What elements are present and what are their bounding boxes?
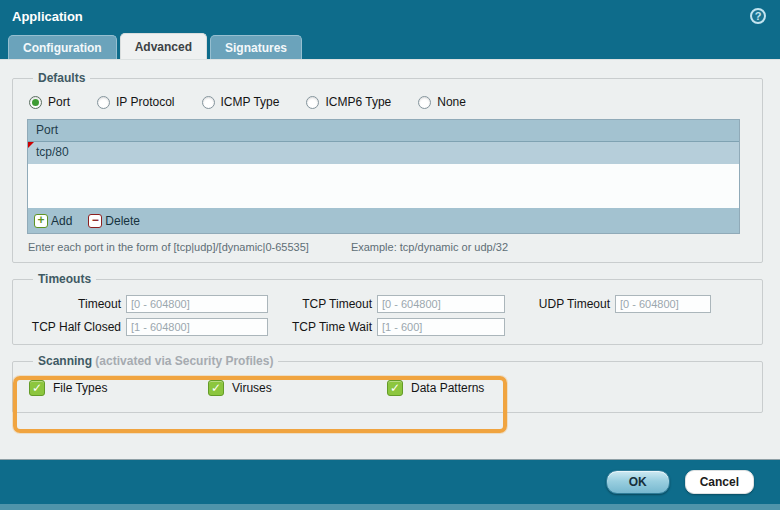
port-cell-value: tcp/80 (36, 145, 69, 159)
tcp-timeout-label: TCP Timeout (268, 297, 372, 311)
help-icon[interactable]: ? (750, 8, 766, 24)
radio-icmp6-type[interactable]: ICMP6 Type (306, 95, 391, 109)
port-table: Port tcp/80 + Add − Delete (27, 119, 740, 234)
radio-port-label: Port (48, 95, 70, 109)
tab-configuration[interactable]: Configuration (8, 35, 117, 59)
check-glyph: ✓ (32, 381, 42, 395)
radio-ip-protocol[interactable]: IP Protocol (97, 95, 174, 109)
delete-button-label: Delete (105, 214, 140, 228)
checkbox-file-types[interactable]: ✓ File Types (29, 380, 208, 396)
tcp-time-wait-input[interactable] (377, 318, 505, 336)
ok-button[interactable]: OK (606, 470, 670, 494)
port-table-empty-area[interactable] (28, 164, 739, 208)
tcp-timeout-field: TCP Timeout (268, 295, 505, 313)
cancel-button[interactable]: Cancel (685, 470, 754, 494)
viruses-label: Viruses (232, 381, 272, 395)
scanning-fieldset: Scanning (activated via Security Profile… (12, 354, 763, 413)
timeouts-legend: Timeouts (33, 272, 96, 286)
scanning-legend-title: Scanning (38, 354, 92, 368)
checked-checkbox-icon: ✓ (29, 380, 45, 396)
radio-port[interactable]: Port (29, 95, 70, 109)
radio-selected-icon (29, 96, 42, 109)
dirty-cell-marker-icon (28, 142, 34, 148)
defaults-radio-group: Port IP Protocol ICMP Type ICMP6 Type No… (29, 95, 752, 109)
tcp-time-wait-label: TCP Time Wait (268, 320, 372, 334)
tcp-time-wait-field: TCP Time Wait (268, 318, 505, 336)
radio-icon (202, 96, 215, 109)
scanning-legend: Scanning (activated via Security Profile… (33, 354, 278, 368)
radio-none[interactable]: None (418, 95, 466, 109)
udp-timeout-input[interactable] (615, 295, 711, 313)
radio-icmp-type-label: ICMP Type (221, 95, 280, 109)
timeouts-fieldset: Timeouts Timeout TCP Timeout UDP Timeout… (12, 272, 763, 345)
dialog-titlebar: Application ? (0, 0, 780, 32)
dialog-title: Application (12, 9, 83, 24)
port-hint-row: Enter each port in the form of [tcp|udp]… (28, 241, 752, 253)
check-glyph: ✓ (390, 381, 400, 395)
add-glyph: + (37, 215, 44, 226)
scanning-checkbox-group: ✓ File Types ✓ Viruses ✓ Data Patterns (29, 380, 752, 396)
tcp-half-closed-label: TCP Half Closed (25, 320, 121, 334)
udp-timeout-field: UDP Timeout (505, 295, 711, 313)
checkbox-viruses[interactable]: ✓ Viruses (208, 380, 387, 396)
defaults-legend: Defaults (33, 71, 90, 85)
port-example-hint: Example: tcp/dynamic or udp/32 (351, 241, 508, 253)
tab-strip: Configuration Advanced Signatures (0, 32, 780, 59)
checkbox-data-patterns[interactable]: ✓ Data Patterns (387, 380, 566, 396)
tcp-half-closed-input[interactable] (126, 318, 268, 336)
radio-icon (418, 96, 431, 109)
delete-button[interactable]: − Delete (88, 214, 140, 228)
dialog-footer: OK Cancel (0, 459, 780, 504)
radio-none-label: None (437, 95, 466, 109)
tcp-half-closed-field: TCP Half Closed (25, 318, 268, 336)
check-glyph: ✓ (211, 381, 221, 395)
dialog-bottom-edge (0, 504, 780, 510)
checked-checkbox-icon: ✓ (208, 380, 224, 396)
help-glyph: ? (755, 10, 762, 22)
scanning-legend-note: (activated via Security Profiles) (95, 354, 273, 368)
delete-glyph: − (92, 215, 99, 226)
file-types-label: File Types (53, 381, 107, 395)
tab-advanced[interactable]: Advanced (120, 33, 207, 59)
data-patterns-label: Data Patterns (411, 381, 484, 395)
radio-icon (97, 96, 110, 109)
radio-ip-protocol-label: IP Protocol (116, 95, 174, 109)
tab-signatures[interactable]: Signatures (210, 35, 302, 59)
content-panel: Defaults Port IP Protocol ICMP Type ICMP… (0, 59, 780, 459)
udp-timeout-label: UDP Timeout (505, 297, 610, 311)
radio-icmp6-type-label: ICMP6 Type (325, 95, 391, 109)
radio-icon (306, 96, 319, 109)
delete-icon: − (88, 214, 102, 228)
timeout-input[interactable] (126, 295, 268, 313)
port-table-header[interactable]: Port (28, 120, 739, 142)
radio-icmp-type[interactable]: ICMP Type (202, 95, 280, 109)
tcp-timeout-input[interactable] (377, 295, 505, 313)
add-button[interactable]: + Add (34, 214, 72, 228)
checked-checkbox-icon: ✓ (387, 380, 403, 396)
defaults-fieldset: Defaults Port IP Protocol ICMP Type ICMP… (12, 71, 763, 263)
timeouts-row-2: TCP Half Closed TCP Time Wait (25, 318, 752, 336)
port-format-hint: Enter each port in the form of [tcp|udp]… (28, 241, 309, 253)
port-table-toolbar: + Add − Delete (28, 208, 739, 233)
timeout-label: Timeout (25, 297, 121, 311)
timeout-field: Timeout (25, 295, 268, 313)
add-icon: + (34, 214, 48, 228)
timeouts-row-1: Timeout TCP Timeout UDP Timeout (25, 295, 752, 313)
add-button-label: Add (51, 214, 72, 228)
table-row[interactable]: tcp/80 (28, 142, 739, 164)
